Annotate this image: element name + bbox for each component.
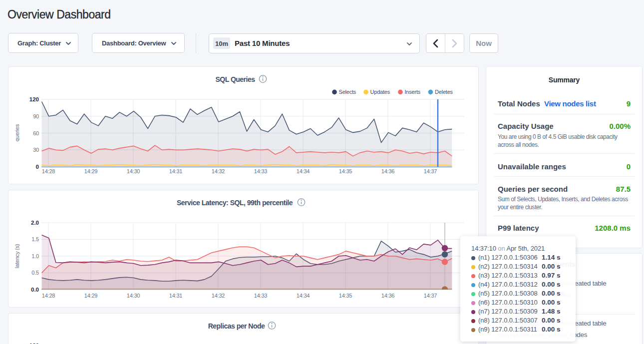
- svg-text:0.0: 0.0: [31, 287, 39, 293]
- svg-text:14:31: 14:31: [169, 168, 183, 174]
- svg-text:14:33: 14:33: [254, 293, 268, 299]
- svg-text:14:29: 14:29: [84, 168, 98, 174]
- svg-text:0: 0: [36, 164, 39, 170]
- svg-text:14:35: 14:35: [339, 168, 352, 174]
- svg-text:14:37: 14:37: [424, 168, 437, 174]
- svg-text:14:36: 14:36: [381, 168, 395, 174]
- svg-text:90: 90: [33, 113, 39, 119]
- svg-text:14:30: 14:30: [127, 293, 140, 299]
- svg-text:14:29: 14:29: [84, 293, 98, 299]
- svg-text:Inserts: Inserts: [405, 89, 421, 95]
- svg-text:1.5: 1.5: [31, 236, 39, 242]
- svg-text:14:34: 14:34: [297, 168, 310, 174]
- svg-text:Selects: Selects: [339, 89, 356, 95]
- svg-text:14:30: 14:30: [127, 168, 140, 174]
- svg-text:0.5: 0.5: [31, 270, 39, 276]
- svg-text:latency (s): latency (s): [14, 244, 20, 269]
- svg-text:30: 30: [33, 147, 39, 153]
- svg-text:2.0: 2.0: [31, 220, 39, 226]
- svg-text:Service Latency: SQL, 99th per: Service Latency: SQL, 99th percentile: [177, 199, 293, 207]
- svg-text:120: 120: [29, 96, 39, 102]
- svg-text:Deletes: Deletes: [435, 89, 453, 95]
- svg-text:14:31: 14:31: [169, 293, 183, 299]
- svg-text:14:33: 14:33: [254, 168, 268, 174]
- svg-text:14:36: 14:36: [381, 293, 395, 299]
- svg-text:14:34: 14:34: [297, 293, 310, 299]
- svg-text:14:35: 14:35: [339, 293, 352, 299]
- svg-text:1.0: 1.0: [31, 253, 39, 259]
- svg-text:queries: queries: [14, 124, 20, 141]
- svg-text:14:28: 14:28: [42, 168, 55, 174]
- svg-text:60: 60: [33, 130, 39, 136]
- svg-text:14:28: 14:28: [42, 293, 55, 299]
- svg-text:14:32: 14:32: [212, 168, 225, 174]
- svg-text:14:32: 14:32: [212, 293, 225, 299]
- svg-text:Replicas per Node: Replicas per Node: [208, 322, 265, 330]
- svg-text:Updates: Updates: [370, 89, 390, 95]
- svg-text:14:37: 14:37: [424, 293, 437, 299]
- svg-text:SQL Queries: SQL Queries: [215, 75, 255, 83]
